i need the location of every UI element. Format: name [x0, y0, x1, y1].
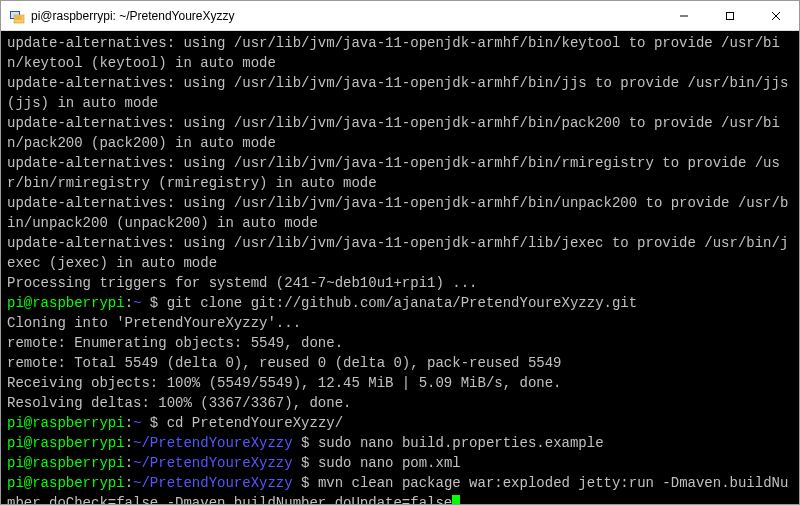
- putty-icon: [9, 8, 25, 24]
- maximize-icon: [725, 11, 735, 21]
- close-button[interactable]: [753, 1, 799, 30]
- svg-rect-6: [727, 12, 734, 19]
- prompt-user: pi@raspberrypi: [7, 295, 125, 311]
- prompt-command: git clone git://github.com/ajanata/Prete…: [167, 295, 637, 311]
- prompt-path: ~/PretendYoureXyzzy: [133, 475, 293, 491]
- titlebar[interactable]: pi@raspberrypi: ~/PretendYoureXyzzy: [1, 1, 799, 31]
- terminal-output: Receiving objects: 100% (5549/5549), 12.…: [7, 375, 562, 391]
- terminal-output: update-alternatives: using /usr/lib/jvm/…: [7, 115, 780, 151]
- prompt-sep: :: [125, 415, 133, 431]
- terminal-output: update-alternatives: using /usr/lib/jvm/…: [7, 75, 797, 111]
- terminal-area[interactable]: update-alternatives: using /usr/lib/jvm/…: [1, 31, 799, 504]
- terminal-output: Resolving deltas: 100% (3367/3367), done…: [7, 395, 351, 411]
- prompt-sym: $: [293, 435, 318, 451]
- prompt-sym: $: [141, 295, 166, 311]
- terminal-output: update-alternatives: using /usr/lib/jvm/…: [7, 195, 788, 231]
- prompt-sym: $: [293, 475, 318, 491]
- prompt-sep: :: [125, 435, 133, 451]
- terminal-output: Cloning into 'PretendYoureXyzzy'...: [7, 315, 301, 331]
- terminal-output: remote: Total 5549 (delta 0), reused 0 (…: [7, 355, 562, 371]
- cursor: [452, 495, 460, 504]
- minimize-button[interactable]: [661, 1, 707, 30]
- prompt-user: pi@raspberrypi: [7, 415, 125, 431]
- prompt-path: ~/PretendYoureXyzzy: [133, 435, 293, 451]
- putty-window: pi@raspberrypi: ~/PretendYoureXyzzy upda…: [0, 0, 800, 505]
- prompt-sep: :: [125, 455, 133, 471]
- prompt-command: sudo nano build.properties.example: [318, 435, 604, 451]
- prompt-command: sudo nano pom.xml: [318, 455, 461, 471]
- prompt-sep: :: [125, 475, 133, 491]
- terminal-output: update-alternatives: using /usr/lib/jvm/…: [7, 155, 780, 191]
- prompt-command: cd PretendYoureXyzzy/: [167, 415, 343, 431]
- terminal-output: update-alternatives: using /usr/lib/jvm/…: [7, 35, 780, 71]
- terminal-output: update-alternatives: using /usr/lib/jvm/…: [7, 235, 788, 271]
- minimize-icon: [679, 11, 689, 21]
- prompt-sym: $: [141, 415, 166, 431]
- close-icon: [771, 11, 781, 21]
- terminal-output: remote: Enumerating objects: 5549, done.: [7, 335, 343, 351]
- window-title: pi@raspberrypi: ~/PretendYoureXyzzy: [31, 9, 661, 23]
- prompt-user: pi@raspberrypi: [7, 475, 125, 491]
- window-controls: [661, 1, 799, 30]
- prompt-sym: $: [293, 455, 318, 471]
- prompt-user: pi@raspberrypi: [7, 455, 125, 471]
- prompt-path: ~/PretendYoureXyzzy: [133, 455, 293, 471]
- prompt-sep: :: [125, 295, 133, 311]
- prompt-user: pi@raspberrypi: [7, 435, 125, 451]
- maximize-button[interactable]: [707, 1, 753, 30]
- terminal-output: Processing triggers for systemd (241-7~d…: [7, 275, 477, 291]
